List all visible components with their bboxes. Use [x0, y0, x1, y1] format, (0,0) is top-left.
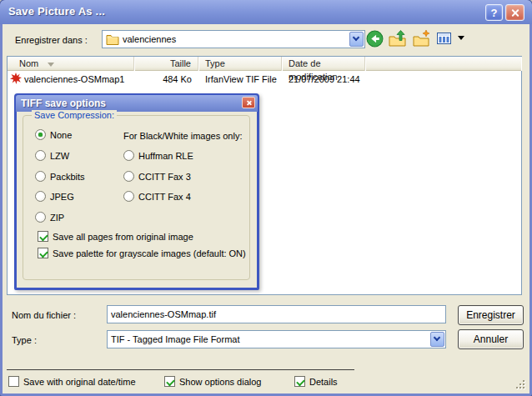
view-menu-button[interactable]: [435, 29, 454, 48]
folder-icon: [106, 33, 119, 45]
close-button[interactable]: [505, 4, 524, 21]
footer-separator: [7, 369, 354, 370]
tiff-dialog-titlebar[interactable]: TIFF save options: [16, 95, 258, 112]
column-header-empty: [365, 57, 521, 71]
column-header-type[interactable]: Type: [198, 57, 282, 71]
file-type: IrfanView TIF File: [205, 73, 277, 86]
file-size: 484 Ko: [134, 73, 192, 86]
help-button[interactable]: ?: [485, 4, 503, 21]
back-arrow-icon: [366, 30, 384, 48]
file-modified-date: 21/07/2009 21:44: [289, 73, 360, 86]
checkbox-save-original-date[interactable]: Save with original date/time: [8, 375, 136, 388]
cancel-button[interactable]: Annuler: [458, 329, 524, 349]
checkbox-icon[interactable]: [164, 376, 175, 387]
chevron-down-icon[interactable]: [349, 32, 364, 47]
column-header-date[interactable]: Date de modification: [282, 57, 365, 71]
view-menu-icon: [437, 32, 452, 45]
checkbox-icon[interactable]: [38, 248, 48, 258]
bw-images-note: For Black/White images only:: [123, 131, 242, 141]
radio-packbits[interactable]: Packbits: [35, 170, 85, 183]
new-folder-button[interactable]: [412, 29, 430, 48]
back-button[interactable]: [365, 29, 384, 48]
checkbox-icon[interactable]: [8, 376, 19, 387]
checkbox-icon[interactable]: [294, 376, 305, 387]
view-menu-dropdown-icon[interactable]: [458, 36, 464, 40]
file-name: valenciennes-OSMmap1: [24, 73, 124, 86]
radio-icon[interactable]: [35, 150, 46, 161]
radio-icon[interactable]: [123, 150, 134, 161]
file-list-header: Nom Taille Type Date de modification: [8, 57, 521, 71]
radio-icon[interactable]: [35, 129, 46, 140]
checkbox-icon[interactable]: [38, 231, 48, 242]
folder-up-icon: [389, 30, 407, 47]
radio-ccitt-fax-3[interactable]: CCITT Fax 3: [123, 170, 191, 183]
radio-icon[interactable]: [123, 191, 134, 202]
radio-lzw[interactable]: LZW: [35, 149, 69, 162]
save-in-value: valenciennes: [119, 32, 349, 47]
save-picture-as-window: Save Picture As ... ? Enregistrer dans :…: [0, 0, 532, 396]
tiff-dialog-title: TIFF save options: [21, 98, 106, 109]
file-type-combobox[interactable]: TIF - Tagged Image File Format: [107, 330, 446, 348]
radio-huffman-rle[interactable]: Huffman RLE: [123, 149, 193, 162]
filename-label: Nom du fichier :: [12, 310, 76, 320]
radio-icon[interactable]: [35, 191, 46, 202]
column-header-size[interactable]: Taille: [134, 57, 198, 71]
resize-grip[interactable]: [515, 379, 526, 390]
save-compression-label: Save Compression:: [32, 110, 117, 120]
radio-none[interactable]: None: [35, 128, 72, 141]
file-type-value: TIF - Tagged Image File Format: [108, 332, 429, 347]
save-button[interactable]: Enregistrer: [458, 305, 524, 325]
checkbox-details[interactable]: Details: [294, 375, 338, 388]
radio-jpeg[interactable]: JPEG: [35, 190, 74, 203]
type-label: Type :: [12, 335, 37, 345]
file-row[interactable]: valenciennes-OSMmap1 484 Ko IrfanView TI…: [8, 73, 521, 87]
titlebar[interactable]: Save Picture As ... ?: [0, 0, 532, 24]
radio-zip[interactable]: ZIP: [35, 211, 64, 223]
tiff-close-button[interactable]: [242, 97, 255, 108]
radio-icon[interactable]: [35, 171, 46, 182]
tiff-save-options-dialog: TIFF save options Save Compression: For …: [14, 93, 259, 290]
irfanview-file-icon: [10, 73, 22, 88]
radio-icon[interactable]: [35, 212, 46, 223]
close-icon: [510, 8, 519, 18]
dialog-client-area: Enregistrer dans : valenciennes: [3, 24, 529, 393]
tiff-dialog-body: Save Compression: For Black/White images…: [17, 112, 257, 288]
new-folder-icon: [413, 30, 430, 47]
chevron-down-icon[interactable]: [430, 332, 444, 347]
save-in-label: Enregistrer dans :: [15, 35, 88, 45]
radio-icon[interactable]: [123, 171, 134, 182]
up-one-level-button[interactable]: [389, 29, 407, 48]
radio-ccitt-fax-4[interactable]: CCITT Fax 4: [123, 190, 191, 203]
help-icon: ?: [491, 7, 498, 19]
column-header-name[interactable]: Nom: [8, 57, 134, 71]
window-title: Save Picture As ...: [8, 5, 105, 18]
filename-input[interactable]: [107, 305, 446, 323]
checkbox-show-options-dialog[interactable]: Show options dialog: [164, 375, 261, 388]
save-in-combobox[interactable]: valenciennes: [102, 30, 365, 48]
checkbox-save-palette[interactable]: Save palette for grayscale images (defau…: [38, 247, 246, 259]
checkbox-save-all-pages[interactable]: Save all pages from original image: [38, 230, 193, 243]
sort-descending-icon: [48, 63, 54, 67]
close-icon: [246, 100, 252, 106]
